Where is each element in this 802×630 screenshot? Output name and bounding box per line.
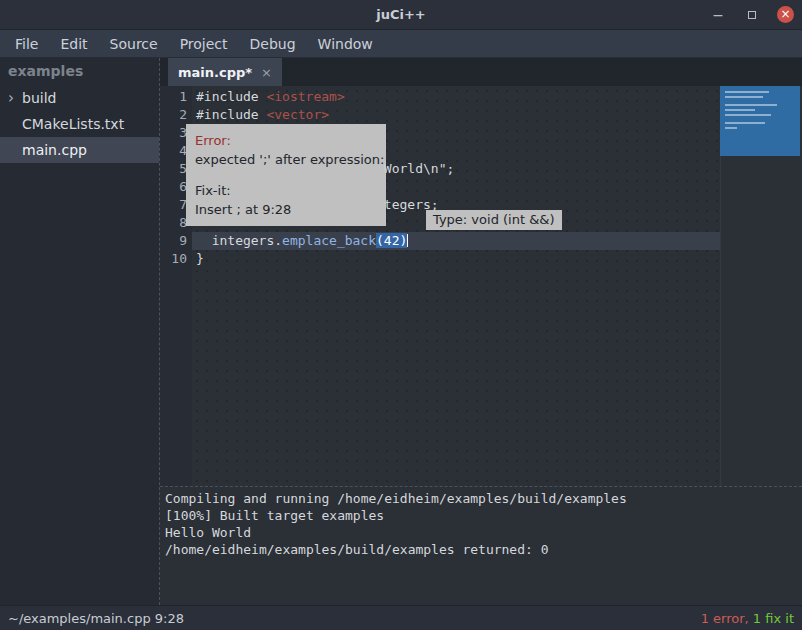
main-column: main.cpp*× 12345678910 #include <iostrea… <box>160 58 802 605</box>
terminal-line: Compiling and running /home/eidheim/exam… <box>165 490 802 507</box>
minimize-icon[interactable]: − <box>709 6 727 24</box>
code-segment: (42) <box>376 233 407 248</box>
minimap-line <box>725 114 771 116</box>
file-tree: ›buildCMakeLists.txtmain.cpp <box>0 85 159 163</box>
close-icon[interactable]: × <box>777 6 794 23</box>
tab-close-icon[interactable]: × <box>261 65 272 80</box>
tree-item-label: CMakeLists.txt <box>22 116 124 132</box>
content-area: examples ›buildCMakeLists.txtmain.cpp ma… <box>0 58 802 605</box>
code-segment: integers. <box>196 233 282 248</box>
tree-item-build[interactable]: ›build <box>0 85 159 111</box>
status-diagnostics[interactable]: 1 error, 1 fix it <box>701 611 794 626</box>
fixit-title: Fix-it: <box>195 181 377 200</box>
tooltip-spacer <box>195 169 377 181</box>
error-tooltip: Error: expected ';' after expression: Fi… <box>186 124 386 226</box>
code-segment: emplace_back <box>282 233 376 248</box>
window-controls: − × <box>709 6 794 24</box>
file-sidebar: examples ›buildCMakeLists.txtmain.cpp <box>0 58 160 605</box>
code-editor[interactable]: 12345678910 #include <iostream>#include … <box>160 86 802 486</box>
tree-item-label: main.cpp <box>22 142 87 158</box>
menu-items: FileEditSourceProjectDebugWindow <box>4 30 384 58</box>
tab-bar: main.cpp*× <box>160 58 802 86</box>
menu-item-project[interactable]: Project <box>169 30 239 58</box>
chevron-right-icon[interactable]: › <box>8 89 16 107</box>
minimap-line <box>725 122 765 124</box>
restore-icon[interactable] <box>743 6 761 24</box>
line-number: 10 <box>160 250 192 268</box>
tab-main-cpp[interactable]: main.cpp*× <box>168 58 282 86</box>
tree-item-main-cpp[interactable]: main.cpp <box>0 137 159 163</box>
type-tooltip: Type: void (int &&) <box>426 210 562 230</box>
line-number: 1 <box>160 88 192 106</box>
tree-item-label: build <box>22 90 56 106</box>
status-separator: , <box>745 611 753 626</box>
minimap-line <box>725 91 769 93</box>
line-number: 9 <box>160 232 192 250</box>
code-segment: <iostream> <box>266 89 344 104</box>
code-line[interactable]: #include <vector> <box>192 106 802 124</box>
tree-item-cmakelists-txt[interactable]: CMakeLists.txt <box>0 111 159 137</box>
window-title: juCi++ <box>0 7 802 22</box>
tab-label: main.cpp* <box>178 65 252 80</box>
code-line[interactable]: } <box>192 250 802 268</box>
terminal-line: Hello World <box>165 524 802 541</box>
code-segment: #include <box>196 89 266 104</box>
status-fixit-count: 1 fix it <box>753 611 794 626</box>
code-segment: <vector> <box>266 107 329 122</box>
menu-item-edit[interactable]: Edit <box>49 30 98 58</box>
menu-item-file[interactable]: File <box>4 30 49 58</box>
restore-glyph <box>748 11 756 19</box>
code-line[interactable]: integers.emplace_back(42) <box>192 232 802 250</box>
title-bar: juCi++ − × <box>0 0 802 30</box>
minimap-line <box>725 96 763 98</box>
app-window: juCi++ − × FileEditSourceProjectDebugWin… <box>0 0 802 630</box>
project-name: examples <box>0 58 159 85</box>
code-segment: } <box>196 251 204 266</box>
menu-item-window[interactable]: Window <box>307 30 384 58</box>
menu-bar: FileEditSourceProjectDebugWindow <box>0 30 802 58</box>
minimap[interactable] <box>720 86 800 156</box>
menu-item-debug[interactable]: Debug <box>239 30 307 58</box>
error-tooltip-title: Error: <box>195 131 377 150</box>
status-bar: ~/examples/main.cpp 9:28 1 error, 1 fix … <box>0 605 802 630</box>
error-tooltip-message: expected ';' after expression: <box>195 150 377 169</box>
code-segment: #include <box>196 107 266 122</box>
minimap-line <box>725 104 777 106</box>
minimap-line <box>725 109 755 111</box>
code-line[interactable]: #include <iostream> <box>192 88 802 106</box>
code-segment: World\n"; <box>384 161 454 176</box>
terminal-line: /home/eidheim/examples/build/examples re… <box>165 541 802 558</box>
line-number: 2 <box>160 106 192 124</box>
fixit-text: Insert ; at 9:28 <box>195 200 377 219</box>
text-cursor <box>407 234 408 247</box>
menu-item-source[interactable]: Source <box>99 30 169 58</box>
terminal-line: [100%] Built target examples <box>165 507 802 524</box>
status-file-location: ~/examples/main.cpp 9:28 <box>8 611 184 626</box>
minimap-line <box>725 127 737 129</box>
status-error-count: 1 error <box>701 611 745 626</box>
build-output-terminal[interactable]: Compiling and running /home/eidheim/exam… <box>160 486 802 605</box>
